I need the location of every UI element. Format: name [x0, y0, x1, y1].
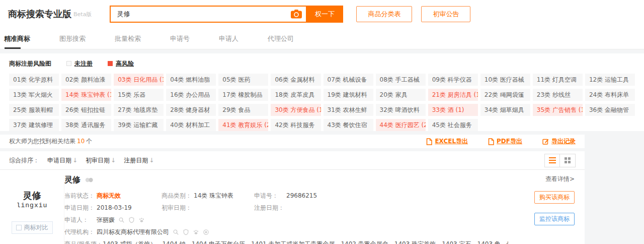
category-cell-12[interactable]: 12类 运输工具 — [585, 74, 635, 86]
target-icon[interactable] — [203, 229, 209, 235]
category-cell-05[interactable]: 05类 医药 — [218, 74, 268, 86]
tab-批量检索[interactable]: 批量检索 — [115, 28, 141, 49]
card-actions: 查看详情> 购买该商标监控该商标 — [508, 175, 585, 244]
category-cell-40[interactable]: 40类 材料加工 — [166, 119, 216, 131]
field-row-4: 代理机构：四川标友商标代理有限公司 — [64, 228, 508, 236]
field-label: 申请日期： — [64, 204, 97, 212]
category-cell-33[interactable]: 33类 酒 (1) — [428, 104, 478, 116]
view-toggles — [544, 154, 576, 167]
paw-icon[interactable] — [193, 229, 199, 235]
field-当前状态: 当前状态：商标无效 — [64, 192, 162, 200]
category-cell-11[interactable]: 11类 灯具空调 — [533, 74, 583, 86]
excel-export-link[interactable]: EXCEL导出 — [426, 137, 468, 146]
excel-export-icon — [426, 138, 432, 145]
category-cell-04[interactable]: 04类 燃料油脂 — [166, 74, 216, 86]
category-cell-23[interactable]: 23类 纱线丝 — [533, 89, 583, 101]
legend-unregistered[interactable]: 未注册 — [66, 59, 93, 68]
category-cell-34[interactable]: 34类 烟草烟具 — [480, 104, 530, 116]
sort-down-icon: ↓ — [149, 157, 154, 164]
category-cell-37[interactable]: 37类 建筑修理 — [9, 119, 59, 131]
category-cell-14[interactable]: 14类 珠宝钟表 (1) — [61, 89, 111, 101]
monitor-trademark-button[interactable]: 监控该商标 — [534, 213, 575, 225]
category-cell-24[interactable]: 24类 布料床单 — [585, 89, 635, 101]
category-cell-28[interactable]: 28类 健身器材 — [166, 104, 216, 116]
category-cell-07[interactable]: 07类 机械设备 — [324, 74, 373, 86]
category-cell-25[interactable]: 25类 服装鞋帽 — [9, 104, 59, 116]
field-value: 四川标友商标代理有限公司 — [97, 228, 169, 236]
category-cell-39[interactable]: 39类 运输贮藏 — [114, 119, 164, 131]
category-cell-44[interactable]: 44类 医疗园艺 (2) — [376, 119, 426, 131]
category-cell-36[interactable]: 36类 金融物管 — [585, 104, 635, 116]
pdf-export-link[interactable]: PDF导出 — [488, 137, 522, 146]
category-cell-27[interactable]: 27类 地毯席垫 — [114, 104, 164, 116]
category-cell-15[interactable]: 15类 乐器 — [114, 89, 164, 101]
category-cell-02[interactable]: 02类 颜料油漆 — [61, 74, 111, 86]
category-cell-30[interactable]: 30类 方便食品 (1) — [271, 104, 320, 116]
search-icon[interactable] — [173, 229, 179, 235]
category-cell-01[interactable]: 01类 化学原料 — [9, 74, 59, 86]
field-row-1: 当前状态：商标无效商品类别：14类 珠宝钟表申请号：29686215 — [64, 192, 508, 200]
compare-checkbox[interactable]: 商标对比 — [12, 221, 53, 234]
view-details-link[interactable]: 查看详情> — [545, 175, 575, 184]
goods-classification-button[interactable]: 商品分类表 — [356, 6, 412, 22]
results-panel: 综合排序： 申请日期↓初审日期↓注册日期↓ 灵修 lingxiu 商标对比 灵修 — [0, 151, 585, 244]
category-cell-45[interactable]: 45类 社会服务 — [428, 119, 478, 131]
category-cell-32[interactable]: 32类 啤酒饮料 — [376, 104, 426, 116]
category-cell-31[interactable]: 31类 农林生鲜 — [324, 104, 373, 116]
category-cell-13[interactable]: 13类 军火烟火 — [9, 89, 59, 101]
tab-申请人[interactable]: 申请人 — [219, 28, 238, 49]
search-input[interactable] — [110, 6, 306, 23]
shield-icon[interactable] — [128, 217, 135, 223]
category-cell-06[interactable]: 06类 金属材料 — [271, 74, 320, 86]
sort-option-注册日期[interactable]: 注册日期↓ — [124, 156, 154, 165]
category-cell-35[interactable]: 35类 广告销售 (1) — [533, 104, 583, 116]
legend-high-risk[interactable]: 高风险 — [108, 59, 134, 68]
category-cell-03[interactable]: 03类 日化用品 (1) — [114, 74, 164, 86]
tab-图形搜索[interactable]: 图形搜索 — [59, 28, 86, 49]
field-label: 商品类别： — [162, 192, 194, 200]
tab-精准商标[interactable]: 精准商标 — [4, 28, 30, 49]
field-row-2: 申请日期：2018-03-19初审日期：注册日期： — [64, 204, 508, 212]
search-button[interactable]: 权一下 — [306, 6, 343, 23]
tab-代理公司[interactable]: 代理公司 — [268, 28, 294, 49]
field-label: 代理机构： — [64, 228, 97, 236]
shield-icon[interactable] — [183, 229, 189, 235]
paw-icon[interactable] — [138, 217, 145, 223]
field-label: 注册日期： — [254, 204, 286, 212]
list-view-toggle[interactable] — [544, 154, 560, 167]
buy-trademark-button[interactable]: 购买该商标 — [534, 191, 575, 204]
preliminary-announcement-button[interactable]: 初审公告 — [421, 6, 470, 22]
category-cell-20[interactable]: 20类 家具 — [376, 89, 426, 101]
category-cell-42[interactable]: 42类 科技服务 — [271, 119, 320, 131]
category-cell-09[interactable]: 09类 科学仪器 — [428, 74, 478, 86]
unregistered-swatch-icon — [66, 61, 71, 66]
camera-search-icon[interactable] — [291, 10, 302, 19]
sort-option-申请日期[interactable]: 申请日期↓ — [47, 156, 77, 165]
category-cell-08[interactable]: 08类 手工器械 — [376, 74, 426, 86]
field-label: 当前状态： — [64, 192, 97, 200]
category-cell-16[interactable]: 16类 办公用品 — [166, 89, 216, 101]
export-record-link[interactable]: 导出记录 — [542, 137, 576, 146]
field-row-3: 申请人：张丽媛 — [64, 216, 508, 224]
field-申请人: 申请人：张丽媛 — [64, 216, 145, 224]
goods-services-label: 商品/服务项： — [64, 240, 103, 244]
category-cell-19[interactable]: 19类 建筑材料 — [324, 89, 373, 101]
category-cell-26[interactable]: 26类 钮扣拉链 — [61, 104, 111, 116]
category-cell-22[interactable]: 22类 绳网袋篷 — [480, 89, 530, 101]
category-cell-43[interactable]: 43类 餐饮住宿 — [324, 119, 373, 131]
result-count-text: 权大师为您找到相关结果10个 — [9, 137, 92, 146]
sort-option-初审日期[interactable]: 初审日期↓ — [86, 156, 116, 165]
tab-申请号[interactable]: 申请号 — [170, 28, 190, 49]
field-初审日期: 初审日期： — [162, 204, 254, 212]
category-cell-41[interactable]: 41类 教育娱乐 (2) — [218, 119, 268, 131]
category-cell-18[interactable]: 18类 皮革皮具 — [271, 89, 320, 101]
grid-view-toggle[interactable] — [560, 154, 576, 167]
category-cell-29[interactable]: 29类 食品 — [218, 104, 268, 116]
category-cell-38[interactable]: 38类 通讯服务 — [61, 119, 111, 131]
search-icon[interactable] — [118, 217, 125, 223]
category-cell-17[interactable]: 17类 橡胶制品 — [218, 89, 268, 101]
sort-bar: 综合排序： 申请日期↓初审日期↓注册日期↓ — [0, 151, 585, 170]
category-cell-21[interactable]: 21类 厨房洁具 (1) — [428, 89, 478, 101]
category-cell-10[interactable]: 10类 医疗器械 — [480, 74, 530, 86]
trademark-preview-cn: 灵修 — [23, 191, 41, 200]
